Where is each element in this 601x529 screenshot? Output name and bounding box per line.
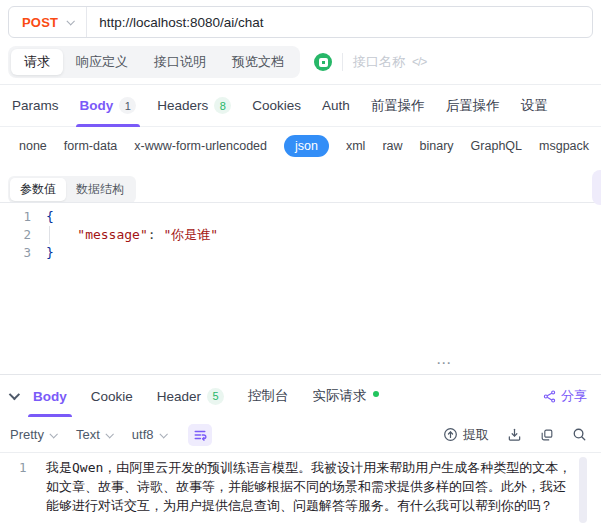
toolbar-right-group: 提取	[443, 426, 587, 444]
body-type-xml[interactable]: xml	[346, 139, 365, 153]
response-panel: Body Cookie Header 5 控制台 实际请求 分享 Pretty	[0, 374, 601, 529]
tab-preview-doc[interactable]: 预览文档	[219, 49, 297, 75]
api-status-icon-inner	[319, 58, 328, 67]
tab-request[interactable]: 请求	[11, 49, 63, 75]
response-text: 我是Qwen，由阿里云开发的预训练语言模型。我被设计用来帮助用户生成各种类型的文…	[46, 458, 601, 515]
view-type-select[interactable]: Text	[76, 427, 112, 442]
request-url-bar: POST http://localhost:8080/ai/chat	[8, 6, 593, 38]
word-wrap-button[interactable]	[188, 424, 212, 446]
panel-resize-handle[interactable]: ⋯	[436, 356, 452, 370]
download-icon	[507, 427, 522, 442]
scrollbar-thumb[interactable]	[579, 457, 587, 523]
response-body-viewer[interactable]: 1 我是Qwen，由阿里云开发的预训练语言模型。我被设计用来帮助用户生成各种类型…	[0, 453, 601, 515]
tab-api-description[interactable]: 接口说明	[141, 49, 219, 75]
search-icon	[572, 427, 587, 442]
code-close-brace: }	[46, 245, 54, 260]
response-tabs-row: Body Cookie Header 5 控制台 实际请求 分享	[0, 375, 601, 417]
code-key: "message"	[77, 227, 147, 242]
tab-post-operations[interactable]: 后置操作	[446, 85, 500, 126]
search-button[interactable]	[572, 427, 587, 442]
code-line: 1 {	[0, 208, 601, 226]
body-type-msgpack[interactable]: msgpack	[539, 139, 589, 153]
tab-pre-operations[interactable]: 前置操作	[371, 85, 425, 126]
tab-response-header[interactable]: Header 5	[157, 375, 224, 417]
download-button[interactable]	[507, 427, 522, 442]
body-type-form-data[interactable]: form-data	[64, 139, 118, 153]
chevron-down-icon	[105, 430, 113, 438]
tab-auth[interactable]: Auth	[322, 85, 350, 126]
code-value: "你是谁"	[163, 227, 218, 242]
mode-data-structure[interactable]: 数据结构	[66, 178, 134, 201]
tab-response-body[interactable]: Body	[33, 375, 67, 417]
body-type-binary[interactable]: binary	[420, 139, 454, 153]
line-number: 1	[0, 458, 46, 515]
api-status-icon-core	[322, 61, 325, 64]
code-line: 2 "message": "你是谁"	[0, 226, 601, 244]
tab-body[interactable]: Body 1	[80, 85, 137, 126]
tab-response-definition[interactable]: 响应定义	[63, 49, 141, 75]
body-type-selector: none form-data x-www-form-urlencoded jso…	[0, 127, 601, 165]
view-tabs-group: 请求 响应定义 接口说明 预览文档	[8, 46, 300, 78]
extract-icon	[443, 427, 458, 442]
json-body-editor[interactable]: 1 { 2 "message": "你是谁" 3 }	[0, 202, 601, 360]
code-line: 3 }	[0, 244, 601, 262]
endpoint-name-wrap: 接口名称 </>	[342, 53, 426, 71]
share-icon	[543, 390, 556, 403]
tab-cookies[interactable]: Cookies	[252, 85, 301, 126]
chevron-down-icon	[67, 17, 75, 25]
request-tabs: Params Body 1 Headers 8 Cookies Auth 前置操…	[0, 85, 601, 127]
extract-label: 提取	[463, 426, 489, 444]
url-input[interactable]: http://localhost:8080/ai/chat	[87, 15, 275, 30]
method-select[interactable]: POST	[9, 15, 86, 30]
api-status-icon[interactable]	[314, 53, 332, 71]
method-label: POST	[22, 15, 58, 30]
copy-button[interactable]	[540, 428, 554, 442]
code-open-brace: {	[46, 209, 54, 224]
code-brackets-icon: </>	[412, 55, 426, 69]
body-type-urlencoded[interactable]: x-www-form-urlencoded	[134, 139, 267, 153]
word-wrap-icon	[193, 428, 207, 442]
endpoint-name-input[interactable]: 接口名称	[353, 53, 405, 71]
tab-actual-request[interactable]: 实际请求	[313, 375, 379, 417]
format-select[interactable]: Pretty	[10, 427, 56, 442]
line-number: 3	[0, 244, 46, 262]
headers-count-badge: 8	[214, 97, 231, 114]
extract-button[interactable]: 提取	[443, 426, 489, 444]
encoding-select[interactable]: utf8	[132, 427, 166, 442]
line-number: 1	[0, 208, 46, 226]
body-type-json[interactable]: json	[284, 135, 329, 157]
line-number: 2	[0, 226, 46, 244]
tab-headers[interactable]: Headers 8	[157, 85, 231, 126]
chevron-down-icon	[49, 430, 57, 438]
tab-response-cookie[interactable]: Cookie	[91, 375, 133, 417]
mode-param-values[interactable]: 参数值	[10, 178, 66, 201]
copy-icon	[540, 428, 554, 442]
status-dot	[373, 391, 379, 397]
header-count-badge: 5	[207, 388, 224, 405]
tab-params[interactable]: Params	[12, 85, 59, 126]
body-type-none[interactable]: none	[19, 139, 47, 153]
share-label: 分享	[561, 387, 587, 405]
response-toolbar: Pretty Text utf8 提取	[0, 417, 601, 453]
body-type-raw[interactable]: raw	[382, 139, 402, 153]
tab-settings[interactable]: 设置	[521, 85, 548, 126]
collapse-panel-icon[interactable]	[9, 389, 20, 400]
view-tabs-row: 请求 响应定义 接口说明 预览文档 接口名称 </>	[8, 46, 593, 78]
body-count-badge: 1	[119, 97, 136, 114]
editor-mode-row: 参数值 数据结构	[0, 165, 601, 202]
indent-guide	[49, 226, 50, 244]
side-panel-handle[interactable]	[592, 170, 601, 205]
editor-mode-toggle: 参数值 数据结构	[8, 176, 136, 203]
chevron-down-icon	[159, 430, 167, 438]
tab-console[interactable]: 控制台	[248, 375, 289, 417]
body-type-graphql[interactable]: GraphQL	[471, 139, 522, 153]
response-tabs: Body Cookie Header 5 控制台 实际请求	[33, 375, 379, 417]
code-separator: :	[148, 227, 164, 242]
share-button[interactable]: 分享	[543, 387, 587, 405]
